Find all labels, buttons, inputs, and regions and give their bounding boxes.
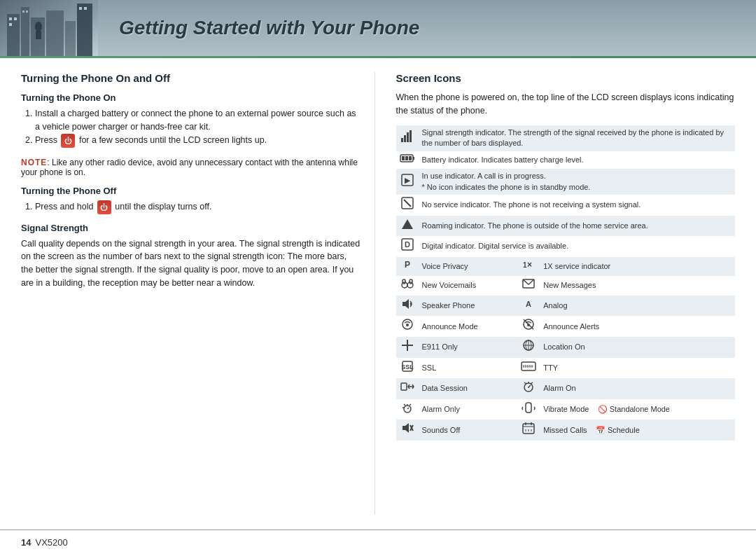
page-number: 14 [21,537,31,548]
sounds-off-label: Sounds Off [419,420,518,441]
digital-desc: Digital indicator. Digital service is av… [419,236,736,257]
svg-marker-29 [402,219,413,229]
svg-rect-11 [26,11,28,13]
table-row: Signal strength indicator. The strength … [396,125,736,151]
icon-cell [517,276,540,296]
table-row: No service indicator. The phone is not r… [396,195,736,216]
table-row: Announce Mode Announce Alerts [396,316,736,337]
step-1: Install a charged battery or connect the… [35,107,360,134]
data-session-label: Data Session [419,378,518,399]
svg-rect-62 [401,383,407,390]
svg-marker-40 [402,299,409,309]
svg-rect-37 [402,279,405,284]
svg-rect-24 [409,156,412,160]
header-image [0,0,98,56]
icons-table: Signal strength indicator. The strength … [396,125,736,441]
icon-cell [396,151,419,169]
svg-rect-21 [413,157,414,160]
icon-cell: D [396,236,419,257]
icon-cell [517,337,540,358]
page-footer: 14 VX5200 [0,529,756,554]
icon-cell [396,125,419,151]
e911-only-label: E911 Only [419,337,518,358]
svg-rect-7 [9,18,12,20]
svg-line-68 [524,382,526,384]
svg-text:▶: ▶ [405,176,411,184]
svg-rect-15 [36,31,41,39]
svg-text:×: × [527,260,532,270]
icon-cell [517,420,540,441]
svg-rect-2 [21,7,29,56]
svg-point-67 [528,387,529,388]
svg-rect-76 [526,403,531,413]
announce-alerts-label: Announce Alerts [540,316,735,337]
table-row: Roaming indicator. The phone is outside … [396,216,736,237]
vibrate-standalone-label: Vibrate Mode 🚫 Standalone Mode [540,399,735,420]
turning-off-title: Turning the Phone Off [21,186,360,196]
icon-cell: P [396,257,419,277]
icon-cell [396,399,419,420]
svg-rect-22 [402,156,405,160]
power-button-icon-2 [97,200,111,214]
svg-line-72 [407,408,409,409]
signal-desc: Signal strength indicator. The strength … [419,125,736,151]
roaming-desc: Roaming indicator. The phone is outside … [419,216,736,237]
icon-cell [396,420,419,441]
svg-rect-8 [14,18,17,20]
location-on-label: Location On [540,337,735,358]
svg-text:P: P [404,260,410,270]
signal-strength-title: Signal Strength [21,223,360,233]
no-service-desc: No service indicator. The phone is not r… [419,195,736,216]
turning-off-steps: Press and hold until the display turns o… [35,200,360,214]
svg-rect-19 [410,130,412,142]
svg-rect-9 [9,23,12,26]
svg-rect-10 [22,11,24,13]
table-row: SSL SSL [396,358,736,379]
signal-strength-text: Call quality depends on the signal stren… [21,237,360,290]
svg-rect-6 [77,4,92,56]
note-box: NOTE: Like any other radio device, avoid… [21,158,360,177]
page-title: Getting Started with Your Phone [119,17,419,39]
icon-cell [517,399,540,420]
announce-mode-label: Announce Mode [419,316,518,337]
svg-point-43 [406,324,409,326]
table-row: Data Session Alarm On [396,378,736,399]
speaker-phone-label: Speaker Phone [419,296,518,317]
svg-line-28 [404,200,411,207]
left-section-title: Turning the Phone On and Off [21,72,360,84]
svg-rect-23 [405,156,408,160]
icon-cell [517,378,540,399]
tty-label: TTY [540,358,735,379]
svg-line-69 [531,382,533,384]
icon-cell: SSL [396,358,419,379]
header-title-area: Getting Started with Your Phone [98,0,756,56]
turning-on-title: Turning the Phone On [21,92,360,103]
icon-cell [517,316,540,337]
svg-rect-1 [7,14,20,56]
note-text: : Like any other radio device, avoid any… [21,158,358,177]
svg-rect-13 [84,7,87,10]
main-content: Turning the Phone On and Off Turning the… [0,58,756,529]
new-messages-label: New Messages [540,276,735,296]
icon-cell [396,337,419,358]
icon-cell [396,316,419,337]
page-header: Getting Started with Your Phone [0,0,756,56]
svg-point-14 [35,22,42,32]
icon-cell [396,296,419,317]
svg-rect-16 [401,138,403,142]
table-row: Battery indicator. Indicates battery cha… [396,151,736,169]
screen-icons-intro: When the phone is powered on, the top li… [396,91,736,118]
1x-service-label: 1X service indicator [540,257,735,277]
svg-text:SSL: SSL [401,363,414,371]
svg-line-73 [404,404,405,406]
table-row: E911 Only Location On [396,337,736,358]
icon-cell: A [517,296,540,317]
note-label: NOTE [21,158,47,167]
icon-cell: ▶ [396,169,419,195]
turning-on-steps: Install a charged battery or connect the… [35,107,360,148]
svg-rect-38 [410,279,412,284]
alarm-only-label: Alarm Only [419,399,518,420]
svg-rect-17 [404,135,406,142]
svg-line-74 [410,404,411,406]
model-number: VX5200 [35,537,67,548]
